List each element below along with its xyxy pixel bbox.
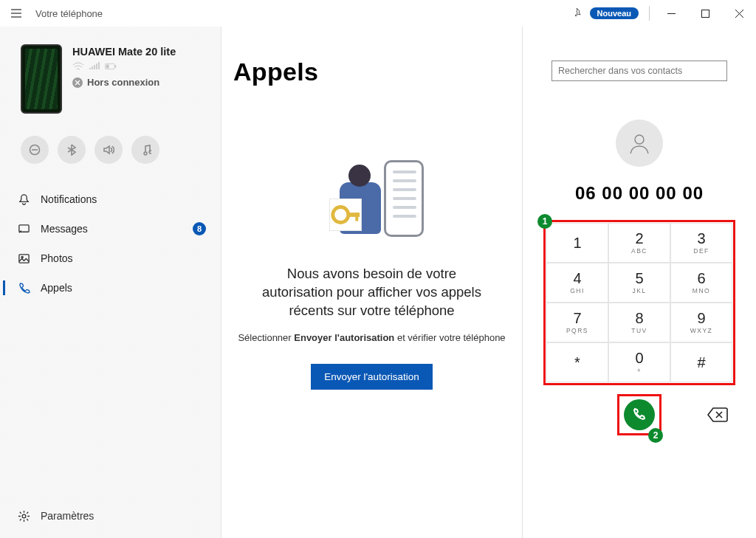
svg-rect-0	[701, 10, 709, 17]
key-letters: JKL	[632, 287, 646, 294]
signal-icon	[89, 62, 100, 71]
sidebar: HUAWEI Mate 20 lite Hors connexion Notif…	[0, 27, 221, 538]
key-digit: 5	[635, 271, 643, 286]
messages-count-badge: 8	[193, 222, 206, 235]
key-digit: 0	[635, 351, 643, 365]
permission-subtitle: Sélectionner Envoyer l'autorisation et v…	[221, 332, 522, 343]
app-title: Votre téléphone	[35, 8, 103, 19]
minimize-button[interactable]	[654, 0, 688, 27]
perm-sub-post: et vérifier votre téléphone	[394, 332, 505, 343]
key-*[interactable]: *	[546, 342, 608, 382]
key-5[interactable]: 5JKL	[608, 263, 670, 303]
backspace-icon	[707, 407, 728, 423]
nouveau-badge[interactable]: Nouveau	[590, 7, 639, 19]
key-digit: 7	[573, 311, 581, 325]
offline-icon	[72, 77, 83, 88]
key-letters: ABC	[631, 247, 647, 255]
key-digit: 2	[635, 231, 643, 246]
key-letters: GHI	[570, 287, 585, 294]
connection-status-text: Hors connexion	[87, 77, 159, 88]
dialed-number: 06 00 00 00 00	[523, 183, 756, 204]
key-letters: +	[637, 367, 642, 374]
send-authorization-button[interactable]: Envoyer l'autorisation	[311, 364, 433, 390]
center-panel: Appels Nous avons besoin de votre autori…	[221, 27, 523, 538]
svg-rect-3	[106, 65, 109, 69]
key-#[interactable]: #	[670, 342, 732, 382]
status-icons	[72, 62, 176, 71]
key-digit: 6	[697, 271, 705, 286]
nav-label: Notifications	[41, 193, 97, 205]
key-9[interactable]: 9WXYZ	[670, 303, 732, 342]
bell-icon	[18, 193, 30, 206]
call-row: 2	[546, 393, 732, 437]
nav-notifications[interactable]: Notifications	[0, 184, 221, 214]
perm-sub-pre: Sélectionner	[238, 332, 294, 343]
perm-sub-bold: Envoyer l'autorisation	[294, 332, 394, 343]
key-1[interactable]: 1	[546, 223, 608, 263]
photo-icon	[18, 252, 30, 265]
key-digit: #	[697, 355, 705, 370]
connection-status: Hors connexion	[72, 77, 176, 88]
phone-icon	[632, 407, 647, 422]
permission-illustration	[221, 160, 522, 249]
pin-icon[interactable]	[566, 7, 590, 19]
key-digit: *	[574, 355, 580, 370]
key-letters: DEF	[693, 247, 709, 255]
key-4[interactable]: 4GHI	[546, 263, 608, 303]
annotation-1: 1	[537, 214, 552, 229]
dialer-panel: 06 00 00 00 00 1 12ABC3DEF4GHI5JKL6MNO7P…	[523, 27, 756, 538]
key-icon	[329, 199, 362, 231]
key-digit: 3	[697, 231, 705, 246]
svg-rect-2	[115, 65, 117, 67]
key-digit: 8	[635, 311, 643, 325]
key-8[interactable]: 8TUV	[608, 303, 670, 342]
contact-search-input[interactable]	[558, 66, 721, 76]
hamburger-button[interactable]	[0, 7, 32, 19]
key-digit: 9	[697, 311, 705, 325]
key-3[interactable]: 3DEF	[670, 223, 732, 263]
nav-settings[interactable]: Paramètres	[0, 501, 221, 531]
nav-list: Notifications Messages 8 Photos Appels	[0, 180, 221, 303]
key-0[interactable]: 0+	[608, 342, 670, 382]
phone-icon	[18, 282, 30, 294]
phone-thumbnail	[21, 44, 62, 114]
backspace-button[interactable]	[707, 407, 728, 423]
person-icon	[628, 131, 651, 155]
nav-photos[interactable]: Photos	[0, 244, 221, 273]
svg-point-12	[635, 135, 644, 144]
nav-label: Photos	[41, 252, 73, 264]
key-digit: 1	[573, 235, 581, 250]
nav-messages[interactable]: Messages 8	[0, 214, 221, 244]
key-letters: MNO	[693, 287, 710, 294]
key-6[interactable]: 6MNO	[670, 263, 732, 303]
key-letters: PQRS	[566, 327, 588, 334]
title-bar: Votre téléphone Nouveau	[0, 0, 756, 27]
phone-name: HUAWEI Mate 20 lite	[72, 46, 176, 58]
keypad-container: 1 12ABC3DEF4GHI5JKL6MNO7PQRS8TUV9WXYZ*0+…	[546, 223, 732, 382]
dnd-button[interactable]	[21, 136, 49, 164]
key-7[interactable]: 7PQRS	[546, 303, 608, 342]
wifi-icon	[72, 62, 84, 71]
nav-label: Messages	[41, 223, 88, 235]
volume-button[interactable]	[94, 136, 123, 164]
svg-rect-11	[355, 213, 358, 221]
title-divider	[649, 6, 650, 21]
svg-point-7	[21, 256, 23, 258]
contact-avatar	[616, 120, 663, 167]
key-letters: TUV	[631, 327, 647, 334]
keypad: 12ABC3DEF4GHI5JKL6MNO7PQRS8TUV9WXYZ*0+#	[546, 223, 732, 382]
key-digit: 4	[573, 271, 581, 286]
call-button[interactable]	[624, 399, 655, 430]
settings-label: Paramètres	[41, 510, 94, 522]
page-heading: Appels	[233, 58, 522, 86]
svg-rect-6	[19, 254, 29, 262]
nav-appels[interactable]: Appels	[0, 273, 221, 303]
key-2[interactable]: 2ABC	[608, 223, 670, 263]
contact-search[interactable]	[551, 61, 727, 81]
key-letters: WXYZ	[690, 327, 713, 334]
close-button[interactable]	[722, 0, 756, 27]
maximize-button[interactable]	[688, 0, 722, 27]
music-button[interactable]	[131, 136, 159, 164]
phone-card[interactable]: HUAWEI Mate 20 lite Hors connexion	[0, 27, 221, 123]
bluetooth-button[interactable]	[58, 136, 86, 164]
